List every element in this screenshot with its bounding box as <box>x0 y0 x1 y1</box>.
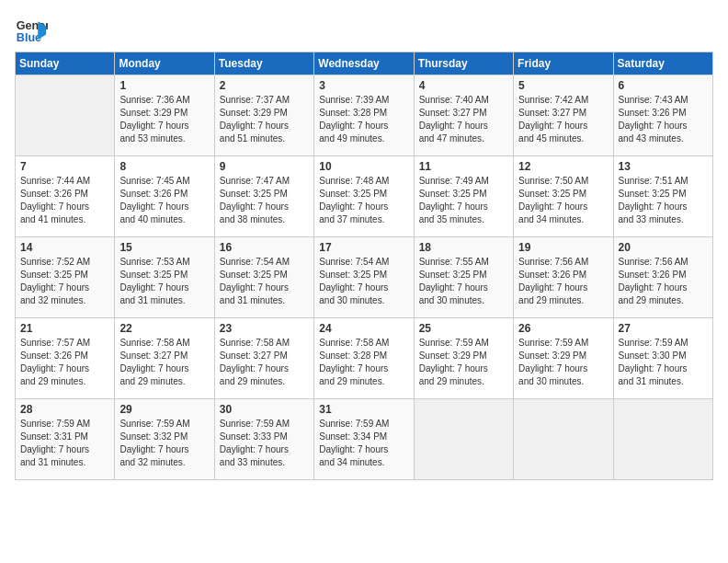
calendar-cell: 23Sunrise: 7:58 AM Sunset: 3:27 PM Dayli… <box>214 318 313 399</box>
calendar-cell <box>16 75 115 156</box>
day-info: Sunrise: 7:59 AM Sunset: 3:30 PM Dayligh… <box>619 337 708 388</box>
day-info: Sunrise: 7:47 AM Sunset: 3:25 PM Dayligh… <box>220 175 309 226</box>
logo-icon: General Blue <box>15 15 48 48</box>
day-number: 29 <box>119 403 209 416</box>
day-number: 20 <box>619 241 708 254</box>
day-info: Sunrise: 7:54 AM Sunset: 3:25 PM Dayligh… <box>319 256 408 307</box>
day-number: 5 <box>518 79 608 92</box>
day-number: 22 <box>119 322 209 335</box>
calendar-table: SundayMondayTuesdayWednesdayThursdayFrid… <box>15 52 713 480</box>
day-number: 4 <box>419 79 508 92</box>
calendar-cell: 18Sunrise: 7:55 AM Sunset: 3:25 PM Dayli… <box>414 237 513 318</box>
calendar-cell: 28Sunrise: 7:59 AM Sunset: 3:31 PM Dayli… <box>16 399 115 480</box>
day-number: 15 <box>119 241 209 254</box>
calendar-cell <box>414 399 513 480</box>
day-number: 9 <box>220 160 309 173</box>
calendar-week-4: 21Sunrise: 7:57 AM Sunset: 3:26 PM Dayli… <box>16 318 713 399</box>
calendar-cell: 30Sunrise: 7:59 AM Sunset: 3:33 PM Dayli… <box>214 399 313 480</box>
column-header-saturday: Saturday <box>613 52 712 75</box>
day-number: 16 <box>220 241 309 254</box>
day-number: 12 <box>518 160 608 173</box>
calendar-cell: 31Sunrise: 7:59 AM Sunset: 3:34 PM Dayli… <box>314 399 414 480</box>
day-number: 11 <box>419 160 508 173</box>
day-info: Sunrise: 7:49 AM Sunset: 3:25 PM Dayligh… <box>419 175 508 226</box>
calendar-cell: 7Sunrise: 7:44 AM Sunset: 3:26 PM Daylig… <box>16 156 115 237</box>
day-info: Sunrise: 7:56 AM Sunset: 3:26 PM Dayligh… <box>518 256 608 307</box>
day-info: Sunrise: 7:59 AM Sunset: 3:34 PM Dayligh… <box>319 418 408 469</box>
day-number: 3 <box>319 79 408 92</box>
calendar-week-2: 7Sunrise: 7:44 AM Sunset: 3:26 PM Daylig… <box>16 156 713 237</box>
day-number: 2 <box>220 79 309 92</box>
calendar-cell: 11Sunrise: 7:49 AM Sunset: 3:25 PM Dayli… <box>414 156 513 237</box>
day-info: Sunrise: 7:36 AM Sunset: 3:29 PM Dayligh… <box>119 94 209 145</box>
calendar-cell: 29Sunrise: 7:59 AM Sunset: 3:32 PM Dayli… <box>115 399 214 480</box>
calendar-cell: 19Sunrise: 7:56 AM Sunset: 3:26 PM Dayli… <box>514 237 613 318</box>
calendar-cell: 14Sunrise: 7:52 AM Sunset: 3:25 PM Dayli… <box>16 237 115 318</box>
day-info: Sunrise: 7:58 AM Sunset: 3:27 PM Dayligh… <box>220 337 309 388</box>
day-info: Sunrise: 7:54 AM Sunset: 3:25 PM Dayligh… <box>220 256 309 307</box>
calendar-cell: 4Sunrise: 7:40 AM Sunset: 3:27 PM Daylig… <box>414 75 513 156</box>
day-number: 7 <box>20 160 109 173</box>
calendar-cell: 5Sunrise: 7:42 AM Sunset: 3:27 PM Daylig… <box>514 75 613 156</box>
day-info: Sunrise: 7:59 AM Sunset: 3:33 PM Dayligh… <box>220 418 309 469</box>
day-info: Sunrise: 7:59 AM Sunset: 3:29 PM Dayligh… <box>518 337 608 388</box>
day-number: 25 <box>419 322 508 335</box>
svg-text:Blue: Blue <box>17 31 41 44</box>
calendar-cell: 2Sunrise: 7:37 AM Sunset: 3:29 PM Daylig… <box>214 75 313 156</box>
column-header-tuesday: Tuesday <box>214 52 313 75</box>
day-number: 10 <box>319 160 408 173</box>
column-header-thursday: Thursday <box>414 52 513 75</box>
day-info: Sunrise: 7:58 AM Sunset: 3:27 PM Dayligh… <box>119 337 209 388</box>
calendar-cell: 21Sunrise: 7:57 AM Sunset: 3:26 PM Dayli… <box>16 318 115 399</box>
day-number: 8 <box>119 160 209 173</box>
calendar-cell: 20Sunrise: 7:56 AM Sunset: 3:26 PM Dayli… <box>613 237 712 318</box>
day-number: 23 <box>220 322 309 335</box>
day-info: Sunrise: 7:51 AM Sunset: 3:25 PM Dayligh… <box>619 175 708 226</box>
day-info: Sunrise: 7:59 AM Sunset: 3:29 PM Dayligh… <box>419 337 508 388</box>
calendar-cell: 6Sunrise: 7:43 AM Sunset: 3:26 PM Daylig… <box>613 75 712 156</box>
column-header-friday: Friday <box>514 52 613 75</box>
day-info: Sunrise: 7:55 AM Sunset: 3:25 PM Dayligh… <box>419 256 508 307</box>
calendar-cell <box>613 399 712 480</box>
calendar-cell: 24Sunrise: 7:58 AM Sunset: 3:28 PM Dayli… <box>314 318 414 399</box>
calendar-week-5: 28Sunrise: 7:59 AM Sunset: 3:31 PM Dayli… <box>16 399 713 480</box>
day-number: 18 <box>419 241 508 254</box>
calendar-cell: 9Sunrise: 7:47 AM Sunset: 3:25 PM Daylig… <box>214 156 313 237</box>
day-info: Sunrise: 7:39 AM Sunset: 3:28 PM Dayligh… <box>319 94 408 145</box>
calendar-header-row: SundayMondayTuesdayWednesdayThursdayFrid… <box>16 52 713 75</box>
calendar-cell: 26Sunrise: 7:59 AM Sunset: 3:29 PM Dayli… <box>514 318 613 399</box>
page-header: General Blue <box>15 15 713 48</box>
calendar-cell: 3Sunrise: 7:39 AM Sunset: 3:28 PM Daylig… <box>314 75 414 156</box>
calendar-cell: 1Sunrise: 7:36 AM Sunset: 3:29 PM Daylig… <box>115 75 214 156</box>
day-number: 28 <box>20 403 109 416</box>
calendar-cell: 17Sunrise: 7:54 AM Sunset: 3:25 PM Dayli… <box>314 237 414 318</box>
calendar-cell: 16Sunrise: 7:54 AM Sunset: 3:25 PM Dayli… <box>214 237 313 318</box>
calendar-cell: 12Sunrise: 7:50 AM Sunset: 3:25 PM Dayli… <box>514 156 613 237</box>
day-info: Sunrise: 7:37 AM Sunset: 3:29 PM Dayligh… <box>220 94 309 145</box>
day-info: Sunrise: 7:58 AM Sunset: 3:28 PM Dayligh… <box>319 337 408 388</box>
day-info: Sunrise: 7:42 AM Sunset: 3:27 PM Dayligh… <box>518 94 608 145</box>
day-number: 19 <box>518 241 608 254</box>
day-info: Sunrise: 7:52 AM Sunset: 3:25 PM Dayligh… <box>20 256 109 307</box>
calendar-week-3: 14Sunrise: 7:52 AM Sunset: 3:25 PM Dayli… <box>16 237 713 318</box>
day-number: 21 <box>20 322 109 335</box>
day-info: Sunrise: 7:59 AM Sunset: 3:31 PM Dayligh… <box>20 418 109 469</box>
calendar-cell: 25Sunrise: 7:59 AM Sunset: 3:29 PM Dayli… <box>414 318 513 399</box>
day-info: Sunrise: 7:56 AM Sunset: 3:26 PM Dayligh… <box>619 256 708 307</box>
day-number: 30 <box>220 403 309 416</box>
day-info: Sunrise: 7:50 AM Sunset: 3:25 PM Dayligh… <box>518 175 608 226</box>
calendar-cell: 13Sunrise: 7:51 AM Sunset: 3:25 PM Dayli… <box>613 156 712 237</box>
day-info: Sunrise: 7:44 AM Sunset: 3:26 PM Dayligh… <box>20 175 109 226</box>
calendar-cell: 22Sunrise: 7:58 AM Sunset: 3:27 PM Dayli… <box>115 318 214 399</box>
calendar-cell: 10Sunrise: 7:48 AM Sunset: 3:25 PM Dayli… <box>314 156 414 237</box>
day-number: 17 <box>319 241 408 254</box>
day-number: 31 <box>319 403 408 416</box>
calendar-cell: 8Sunrise: 7:45 AM Sunset: 3:26 PM Daylig… <box>115 156 214 237</box>
calendar-cell: 27Sunrise: 7:59 AM Sunset: 3:30 PM Dayli… <box>613 318 712 399</box>
calendar-cell: 15Sunrise: 7:53 AM Sunset: 3:25 PM Dayli… <box>115 237 214 318</box>
calendar-body: 1Sunrise: 7:36 AM Sunset: 3:29 PM Daylig… <box>16 75 713 480</box>
day-number: 24 <box>319 322 408 335</box>
day-info: Sunrise: 7:48 AM Sunset: 3:25 PM Dayligh… <box>319 175 408 226</box>
calendar-cell <box>514 399 613 480</box>
day-number: 6 <box>619 79 708 92</box>
